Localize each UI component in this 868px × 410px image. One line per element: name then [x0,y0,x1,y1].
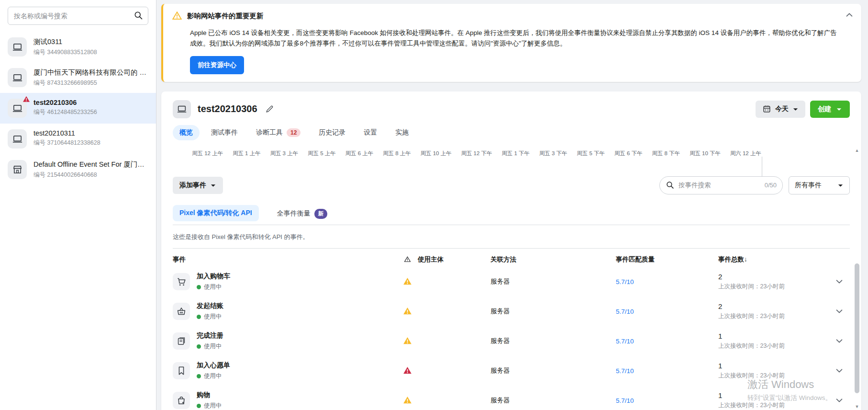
storefront-icon [8,160,27,179]
match-quality-link[interactable]: 5.7/10 [616,367,634,375]
laptop-icon [8,99,27,118]
expand-row-icon[interactable] [829,396,850,405]
sidebar-item-offline-set[interactable]: Default Offline Event Set For 厦门中... 编号 … [0,154,156,185]
ios14-notice-banner: 影响网站事件的重要更新 Apple 已公布 iOS 14 设备相关变更，而这些变… [161,4,861,82]
table-description: 这些是接收自 Pixel 像素代码和转化 API 的事件。 [173,233,850,241]
event-filter-dropdown[interactable]: 所有事件 [789,176,850,194]
expand-row-icon[interactable] [829,277,850,286]
table-row[interactable]: 加入心愿单 使用中 服务器 5.7/10 1 上次接收时间：23小时前 [173,356,850,386]
resource-center-button[interactable]: 前往资源中心 [190,56,244,74]
connection-method: 服务器 [490,307,616,316]
diagnostics-count-badge: 12 [287,128,300,137]
scroll-down-icon[interactable]: ▼ [855,403,859,410]
tab-aem[interactable]: 全事件衡量新 [271,205,334,225]
col-quality[interactable]: 事件匹配质量 [616,255,718,264]
date-range-button[interactable]: 今天 [756,101,805,118]
edit-name-icon[interactable] [265,104,274,114]
caret-down-icon [837,182,844,188]
warning-yellow-icon[interactable] [397,336,418,345]
cart-icon [173,273,190,290]
sidebar-item-pixel[interactable]: test20210311 编号 3710644812338628 [0,124,156,154]
tab-history[interactable]: 历史记录 [312,125,352,140]
connection-method: 服务器 [490,337,616,345]
col-method: 关联方法 [490,255,616,264]
table-row[interactable]: 发起结账 使用中 服务器 5.7/10 2 上次接收时间：23小时前 [173,296,850,326]
active-status-dot [197,344,201,349]
match-quality-link[interactable]: 5.7/10 [616,308,634,315]
banner-title: 影响网站事件的重要更新 [187,11,264,21]
col-event: 事件 [173,255,397,264]
source-tab-bar: Pixel 像素代码/转化 API 全事件衡量新 [173,205,850,225]
search-icon [666,181,675,190]
expand-row-icon[interactable] [829,337,850,345]
tab-settings[interactable]: 设置 [357,125,384,140]
table-header: 事件 使用主体 关联方法 事件匹配质量 事件总数↓ [173,248,850,267]
vertical-scrollbar[interactable]: ▲ ▼ [854,147,860,410]
last-received: 上次接收时间：23小时前 [718,283,829,291]
chart-cursor-line [762,157,762,177]
last-received: 上次接收时间：23小时前 [718,372,829,380]
tab-overview[interactable]: 概览 [173,125,200,140]
search-icon [134,11,144,21]
item-id: 编号 461248485233256 [33,108,97,116]
event-search: 0/50 [659,176,783,194]
item-name: Default Offline Event Set For 厦门中... [33,160,148,169]
item-name: test20210311 [33,129,100,137]
laptop-icon [8,68,27,87]
tab-test-events[interactable]: 测试事件 [204,125,245,140]
connection-method: 服务器 [490,366,616,375]
col-total-sort[interactable]: 事件总数↓ [718,255,829,264]
last-received: 上次接收时间：23小时前 [718,312,829,320]
activity-chart-time-axis: 周五 12 上午周五 1 上午周五 3 上午周五 5 上午周五 6 上午周五 8… [192,150,761,157]
pixel-detail-card: test20210306 今天 创建 概览 [161,91,861,410]
event-count: 2 [718,273,829,281]
warning-column-icon [397,256,418,263]
warning-yellow-icon[interactable] [397,396,418,405]
match-quality-link[interactable]: 5.7/10 [616,278,634,285]
connection-method: 服务器 [490,277,616,286]
expand-row-icon[interactable] [829,307,850,316]
laptop-icon [8,37,27,57]
active-status-dot [197,315,201,319]
event-count: 1 [718,332,829,340]
add-event-button[interactable]: 添加事件 [173,177,223,194]
connection-method: 服务器 [490,396,616,405]
scrollbar-thumb[interactable] [855,263,859,393]
last-received: 上次接收时间：23小时前 [718,401,829,410]
active-status-dot [197,374,201,378]
col-entity: 使用主体 [418,255,490,264]
item-name: 测试0311 [33,37,97,46]
warning-outline-icon [172,11,182,21]
warning-red-icon[interactable] [397,366,418,375]
tab-diagnostics[interactable]: 诊断工具12 [249,125,307,140]
event-count: 2 [718,302,829,310]
caret-down-icon [210,182,216,188]
collapse-banner-icon[interactable] [845,11,854,19]
main-area: 影响网站事件的重要更新 Apple 已公布 iOS 14 设备相关变更，而这些变… [156,0,868,410]
caret-down-icon [792,106,799,112]
warning-yellow-icon[interactable] [397,277,418,286]
warning-yellow-icon[interactable] [397,307,418,316]
match-quality-link[interactable]: 5.7/10 [616,338,634,345]
sidebar-item-pixel-selected[interactable]: test20210306 编号 461248485233256 [0,93,156,124]
banner-body: Apple 已公布 iOS 14 设备相关变更，而这些变更将影响 Faceboo… [190,28,842,49]
table-row[interactable]: 加入购物车 使用中 服务器 5.7/10 2 上次接收时间：23小时前 [173,267,850,296]
new-badge: 新 [314,209,328,219]
tab-implementation[interactable]: 实施 [389,125,415,140]
event-search-input[interactable] [679,182,761,189]
create-button[interactable]: 创建 [810,101,850,118]
calendar-icon [762,104,771,114]
registration-form-icon [173,332,190,350]
sidebar-item-pixel[interactable]: 厦门中恒天下网络科技有限公司的 Pi... 编号 874313266698955 [0,62,156,93]
match-quality-link[interactable]: 5.7/10 [616,397,634,404]
item-name: 厦门中恒天下网络科技有限公司的 Pi... [33,68,148,77]
sidebar-item-pixel[interactable]: 测试0311 编号 344908833512808 [0,32,156,62]
table-row[interactable]: 完成注册 使用中 服务器 5.7/10 1 上次接收时间：23小时前 [173,326,850,356]
events-manager-app: 测试0311 编号 344908833512808 厦门中恒天下网络科技有限公司… [0,0,868,410]
laptop-icon [8,129,27,148]
scroll-up-icon[interactable]: ▲ [855,147,859,154]
expand-row-icon[interactable] [829,366,850,375]
table-row[interactable]: 购物 使用中 服务器 5.7/10 1 上次接收时间：23小时前 [173,386,850,410]
tab-pixel-capi[interactable]: Pixel 像素代码/转化 API [173,205,259,221]
sidebar-search-input[interactable] [8,7,148,25]
